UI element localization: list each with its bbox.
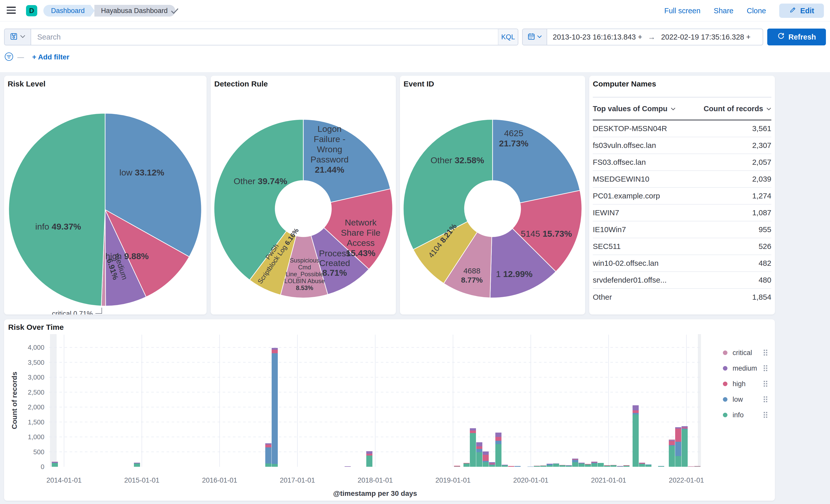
table-row[interactable]: Other1,854 xyxy=(593,289,771,306)
bar-segment-info[interactable] xyxy=(489,465,495,467)
share-link[interactable]: Share xyxy=(714,7,733,15)
drag-handle-icon[interactable] xyxy=(764,397,765,398)
bar-segment-info[interactable] xyxy=(496,444,502,467)
table-row[interactable]: srvdefender01.offse...480 xyxy=(593,272,771,289)
bar-segment-medium[interactable] xyxy=(633,405,639,410)
bar-segment-medium[interactable] xyxy=(547,464,553,464)
date-quick-menu[interactable] xyxy=(523,29,547,45)
bar-segment-info[interactable] xyxy=(540,466,546,467)
pie-slice-info[interactable] xyxy=(9,113,105,306)
bar-segment-medium[interactable] xyxy=(675,427,681,429)
bar-segment-info[interactable] xyxy=(454,467,460,467)
bar-segment-low[interactable] xyxy=(265,447,272,464)
breadcrumb-dashboard[interactable]: Dashboard xyxy=(43,5,90,17)
bar-segment-low[interactable] xyxy=(476,449,482,452)
bar-segment-high[interactable] xyxy=(366,454,373,455)
bar-segment-low[interactable] xyxy=(645,465,651,465)
bar-segment-info[interactable] xyxy=(572,462,578,467)
drag-handle-icon[interactable] xyxy=(764,399,765,400)
bar-segment-low[interactable] xyxy=(489,465,495,465)
bar-segment-info[interactable] xyxy=(624,466,630,467)
bar-segment-medium[interactable] xyxy=(345,466,351,467)
add-filter-button[interactable]: + Add filter xyxy=(32,53,69,61)
bar-segment-medium[interactable] xyxy=(272,348,278,350)
bar-segment-low[interactable] xyxy=(514,466,520,467)
drag-handle-icon[interactable] xyxy=(764,412,765,413)
drag-handle-icon[interactable] xyxy=(764,352,765,353)
bar-segment-medium[interactable] xyxy=(476,442,482,446)
filter-menu-icon[interactable] xyxy=(4,52,14,62)
date-from[interactable]: 2013-10-23 16:16:13.843 + xyxy=(547,33,648,41)
bar-segment-info[interactable] xyxy=(669,446,675,467)
table-row[interactable]: IE10Win7955 xyxy=(593,221,771,238)
bar-segment-high[interactable] xyxy=(454,466,460,467)
drag-handle-icon[interactable] xyxy=(766,383,767,384)
legend-item-info[interactable]: info xyxy=(723,411,767,419)
bar-segment-high[interactable] xyxy=(610,465,616,466)
bar-segment-info[interactable] xyxy=(476,452,482,467)
bar-segment-info[interactable] xyxy=(610,465,616,467)
legend-item-high[interactable]: high xyxy=(723,380,767,388)
column-header-computer[interactable]: Top values of Compu xyxy=(593,104,676,113)
column-header-count[interactable]: Count of records xyxy=(703,104,771,113)
check-icon[interactable] xyxy=(170,7,179,16)
bar-segment-low[interactable] xyxy=(572,460,578,462)
bar-segment-low[interactable] xyxy=(639,464,645,464)
bar-segment-high[interactable] xyxy=(624,465,630,466)
full-screen-link[interactable]: Full screen xyxy=(664,7,700,15)
bar-segment-critical[interactable] xyxy=(52,462,58,462)
drag-handle-icon[interactable] xyxy=(764,354,765,355)
bar-segment-info[interactable] xyxy=(591,464,597,467)
refresh-button[interactable]: Refresh xyxy=(767,29,826,45)
bar-segment-critical[interactable] xyxy=(688,466,694,467)
bar-segment-info[interactable] xyxy=(681,429,688,467)
breadcrumb-current-page[interactable]: Hayabusa Dashboard xyxy=(94,5,175,17)
table-row[interactable]: IEWIN71,087 xyxy=(593,204,771,221)
table-row[interactable]: win10-02.offsec.lan482 xyxy=(593,255,771,272)
bar-segment-info[interactable] xyxy=(604,466,610,467)
bar-segment-critical[interactable] xyxy=(669,439,675,440)
bar-segment-medium[interactable] xyxy=(591,462,597,462)
bar-segment-info[interactable] xyxy=(52,463,58,467)
search-input[interactable] xyxy=(31,33,498,41)
bar-segment-info[interactable] xyxy=(366,455,373,467)
bar-segment-info[interactable] xyxy=(272,464,278,467)
menu-icon[interactable] xyxy=(7,7,16,15)
bar-segment-medium[interactable] xyxy=(502,465,508,465)
bar-segment-low[interactable] xyxy=(681,429,688,429)
bar-segment-high[interactable] xyxy=(272,350,278,353)
drag-handle-icon[interactable] xyxy=(766,397,767,398)
bar-segment-high[interactable] xyxy=(496,437,502,441)
bar-segment-info[interactable] xyxy=(675,456,681,467)
table-row[interactable]: SEC511526 xyxy=(593,238,771,255)
bar-segment-low[interactable] xyxy=(272,353,278,464)
drag-handle-icon[interactable] xyxy=(766,350,767,351)
bar-segment-high[interactable] xyxy=(604,465,610,466)
bar-segment-high[interactable] xyxy=(470,431,476,433)
clone-link[interactable]: Clone xyxy=(746,7,766,15)
bar-segment-medium[interactable] xyxy=(483,451,489,455)
drag-handle-icon[interactable] xyxy=(764,385,765,387)
drag-handle-icon[interactable] xyxy=(766,412,767,413)
bar-segment-info[interactable] xyxy=(578,464,585,467)
bar-segment-medium[interactable] xyxy=(572,459,578,459)
bar-segment-medium[interactable] xyxy=(265,443,272,445)
table-row[interactable]: DESKTOP-M5SN04R3,561 xyxy=(593,120,771,137)
bar-segment-high[interactable] xyxy=(585,464,591,465)
table-row[interactable]: PC01.example.corp1,274 xyxy=(593,188,771,204)
bar-segment-medium[interactable] xyxy=(489,462,495,464)
bar-segment-high[interactable] xyxy=(540,466,546,466)
table-row[interactable]: MSEDGEWIN102,039 xyxy=(593,171,771,188)
bar-segment-medium[interactable] xyxy=(134,463,140,463)
bar-segment-low[interactable] xyxy=(496,441,502,444)
bar-segment-info[interactable] xyxy=(502,465,508,467)
bar-segment-info[interactable] xyxy=(553,464,559,467)
bar-segment-low[interactable] xyxy=(658,466,664,467)
drag-handle-icon[interactable] xyxy=(766,354,767,355)
bar-segment-critical[interactable] xyxy=(694,466,700,467)
bar-segment-medium[interactable] xyxy=(669,440,675,441)
drag-handle-icon[interactable] xyxy=(766,385,767,387)
bar-segment-info[interactable] xyxy=(547,465,553,467)
bar-segment-high[interactable] xyxy=(483,455,489,461)
bar-segment-low[interactable] xyxy=(528,467,534,467)
